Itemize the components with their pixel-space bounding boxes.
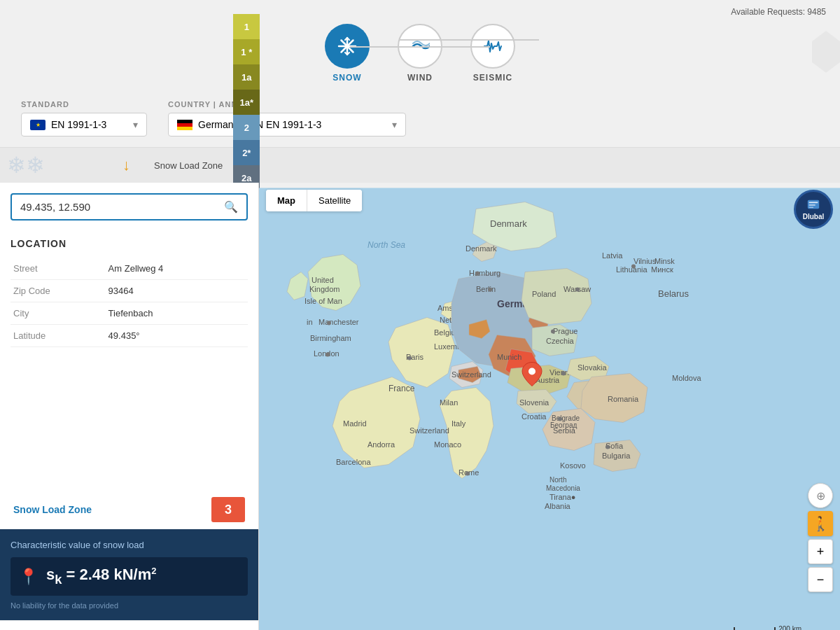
seismic-label: SEISMIC (473, 73, 512, 83)
snow-label: SNOW (332, 73, 361, 83)
streetview-button[interactable]: 🚶 (808, 511, 833, 536)
svg-text:Macedonia: Macedonia (546, 484, 580, 492)
zone-chip-1as[interactable]: 1a* (233, 90, 260, 115)
svg-text:Kingdom: Kingdom (309, 285, 340, 293)
nav-seismic[interactable]: SEISMIC (470, 24, 515, 83)
svg-text:North Sea: North Sea (368, 240, 405, 250)
country-select[interactable]: Germany | DIN EN 1991-1-3 ▾ (168, 113, 406, 136)
svg-point-76 (475, 272, 479, 276)
svg-text:Bulgaria: Bulgaria (602, 451, 631, 460)
zone-row-label: Snow Load Zone (13, 504, 211, 515)
svg-marker-9 (812, 31, 840, 73)
svg-point-24 (575, 288, 580, 292)
seismic-circle (470, 24, 515, 69)
available-requests: Available Requests: 9485 (731, 7, 826, 17)
snow-load-title: Characteristic value of snow load (10, 540, 248, 550)
dlubal-icon (806, 197, 821, 211)
de-flag-icon (177, 120, 192, 130)
country-label: COUNTRY | ANNEX (168, 100, 406, 108)
standard-group: STANDARD EN 1991-1-3 ▾ (21, 100, 147, 136)
map-controls: ⊕ 🚶 + − (808, 483, 833, 592)
svg-text:Madrid: Madrid (343, 419, 367, 428)
standard-label: STANDARD (21, 100, 147, 108)
svg-text:Vilnius: Vilnius (634, 257, 657, 265)
scale-line (734, 627, 776, 631)
svg-text:Isle of Man: Isle of Man (304, 297, 342, 305)
location-row: Zip Code93464 (10, 280, 248, 302)
field-label: Street (10, 258, 106, 280)
location-table: StreetAm Zellweg 4Zip Code93464CityTiefe… (10, 258, 248, 347)
left-panel: 🔍 LOCATION StreetAm Zellweg 4Zip Code934… (0, 183, 259, 630)
zone-chip-2s[interactable]: 2* (233, 140, 260, 165)
scale-label: 200 km (778, 625, 802, 630)
zone-row: Snow Load Zone 3 (10, 490, 248, 529)
svg-point-70 (327, 321, 331, 326)
svg-text:Moldova: Moldova (672, 374, 701, 382)
svg-text:Andorra: Andorra (368, 440, 396, 449)
tab-map[interactable]: Map (266, 190, 307, 211)
svg-text:Czechia: Czechia (546, 337, 575, 345)
country-group: COUNTRY | ANNEX Germany | DIN EN 1991-1-… (168, 100, 406, 136)
location-row: CityTiefenbach (10, 302, 248, 325)
disclaimer-text: No liability for the data provided (10, 601, 248, 610)
zone-chip-2[interactable]: 2 (233, 115, 260, 140)
svg-point-53 (558, 417, 562, 421)
svg-text:Denmark: Denmark (465, 244, 497, 253)
standard-chevron-icon: ▾ (133, 119, 138, 130)
location-row: StreetAm Zellweg 4 (10, 258, 248, 280)
zoom-in-button[interactable]: + (808, 539, 833, 564)
svg-point-78 (407, 356, 412, 360)
compass-button[interactable]: ⊕ (808, 483, 833, 508)
pin-icon: 📍 (19, 568, 38, 586)
svg-text:Denmark: Denmark (490, 218, 527, 229)
footer-links: Screenshot Save Print (0, 620, 258, 630)
field-label: City (10, 302, 106, 325)
svg-text:Minsk: Minsk (654, 257, 675, 265)
nav-wind[interactable]: WIND (398, 24, 442, 83)
scale-bar: 200 km (734, 625, 802, 630)
dlubal-button[interactable]: Dlubal (794, 190, 833, 229)
zoom-out-button[interactable]: − (808, 567, 833, 592)
svg-text:Manchester: Manchester (318, 318, 359, 326)
zone-chip-1s[interactable]: 1 * (233, 39, 260, 64)
wind-circle (398, 24, 442, 69)
field-label: Latitude (10, 325, 106, 347)
svg-text:Минск: Минск (651, 265, 673, 274)
field-value: Am Zellweg 4 (106, 258, 248, 280)
map-svg: Andorra Barcelona Madrid Amsterdam Nethe… (259, 183, 840, 630)
svg-text:Kosovo: Kosovo (560, 461, 586, 470)
svg-text:Italy: Italy (451, 419, 466, 428)
svg-text:Berlin: Berlin (476, 285, 496, 293)
search-input[interactable] (20, 201, 224, 213)
svg-text:Munich: Munich (497, 353, 522, 361)
eu-flag-icon (30, 120, 46, 130)
standard-value: EN 1991-1-3 (51, 119, 106, 130)
map-area: Andorra Barcelona Madrid Amsterdam Nethe… (259, 183, 840, 630)
map-tabs: Map Satellite (266, 190, 362, 211)
tab-satellite[interactable]: Satellite (307, 190, 362, 211)
country-chevron-icon: ▾ (392, 119, 397, 130)
svg-point-73 (326, 353, 330, 357)
svg-text:Romania: Romania (608, 395, 639, 403)
svg-text:Hamburg: Hamburg (469, 269, 500, 277)
svg-text:Croatia: Croatia (522, 412, 547, 421)
zone-chip-1[interactable]: 1 (233, 14, 260, 39)
search-bar[interactable]: 🔍 (10, 193, 248, 220)
snow-circle (325, 24, 370, 69)
zone-badge: 3 (211, 497, 245, 522)
standard-select[interactable]: EN 1991-1-3 ▾ (21, 113, 147, 136)
svg-text:Belarus: Belarus (658, 288, 690, 299)
nav-snow[interactable]: SNOW (325, 24, 370, 83)
svg-text:Tirana●: Tirana● (550, 493, 575, 501)
field-value: Tiefenbach (106, 302, 248, 325)
svg-rect-84 (809, 202, 818, 203)
down-arrow-icon: ↓ (122, 156, 130, 174)
svg-point-30 (561, 372, 566, 376)
svg-text:Београд: Београд (550, 421, 577, 429)
svg-text:Switzerland: Switzerland (451, 370, 491, 379)
svg-text:in: in (307, 318, 313, 326)
dlubal-label: Dlubal (803, 213, 825, 221)
main-area: 🔍 LOCATION StreetAm Zellweg 4Zip Code934… (0, 183, 840, 630)
zone-chip-1a[interactable]: 1a (233, 64, 260, 90)
search-icon[interactable]: 🔍 (224, 200, 238, 214)
